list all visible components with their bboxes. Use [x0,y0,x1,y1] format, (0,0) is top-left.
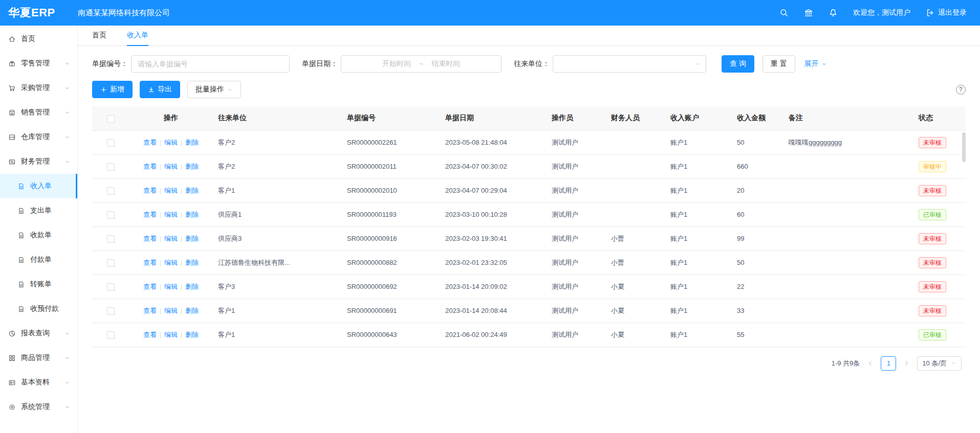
view-link[interactable]: 查看 [143,331,157,338]
cell-operator: 测试用户 [547,323,606,347]
help-icon[interactable]: ? [956,85,966,95]
sidebar-item-label: 报表查询 [21,329,64,338]
cell-account: 账户1 [665,299,732,323]
export-button[interactable]: 导出 [140,81,180,98]
prev-page-button[interactable] [866,360,875,367]
bell-icon[interactable] [829,8,838,17]
logout-button[interactable]: 退出登录 [926,8,967,17]
sidebar-item-purchase[interactable]: 采购管理 [0,76,77,100]
sidebar-menu: 首页零售管理采购管理销售管理仓库管理财务管理收入单支出单收款单付款单转账单收预付… [0,26,78,433]
sidebar-item-retail[interactable]: 零售管理 [0,51,77,76]
partner-select[interactable] [553,55,706,73]
status-badge: 未审核 [919,137,946,148]
sidebar-subitem-payment[interactable]: 付款单 [0,247,77,272]
cell-partner: 客户2 [213,154,342,178]
scrollbar-thumb[interactable] [962,132,966,162]
edit-link[interactable]: 编辑 [164,211,178,218]
delete-link[interactable]: 删除 [185,331,199,338]
current-page[interactable]: 1 [881,356,896,371]
cell-remark [783,226,913,250]
sidebar-item-report[interactable]: 报表查询 [0,321,77,346]
sidebar-item-finance[interactable]: 财务管理 [0,149,77,174]
reset-button[interactable]: 重 置 [763,55,795,73]
sidebar-subitem-label: 付款单 [30,255,77,264]
sidebar-subitem-expense[interactable]: 支出单 [0,198,77,223]
view-link[interactable]: 查看 [143,235,157,242]
search-button[interactable]: 查 询 [722,55,754,73]
view-link[interactable]: 查看 [143,139,157,146]
sidebar-item-warehouse[interactable]: 仓库管理 [0,125,77,149]
view-link[interactable]: 查看 [143,283,157,290]
link-separator: | [160,187,161,194]
bank-icon[interactable] [804,8,813,17]
view-link[interactable]: 查看 [143,211,157,218]
sidebar-item-sales[interactable]: 销售管理 [0,100,77,125]
view-link[interactable]: 查看 [143,307,157,314]
delete-link[interactable]: 删除 [185,163,199,170]
sidebar-item-basic[interactable]: 基本资料 [0,370,77,395]
cell-operator: 测试用户 [547,130,606,154]
bill-number-input[interactable] [131,55,290,73]
chevron-down-icon [64,404,70,410]
cell-account: 账户1 [665,250,732,275]
tab-income[interactable]: 收入单 [127,26,148,46]
row-checkbox[interactable] [107,235,115,243]
sidebar-subitem-income[interactable]: 收入单 [0,174,77,198]
row-checkbox[interactable] [107,187,115,195]
edit-link[interactable]: 编辑 [164,187,178,194]
delete-link[interactable]: 删除 [185,187,199,194]
cell-amount: 22 [732,275,783,299]
row-checkbox[interactable] [107,211,115,219]
delete-link[interactable]: 删除 [185,235,199,242]
cell-partner: 客户3 [213,275,342,299]
pagination-total: 1-9 共9条 [832,359,860,368]
table-row: 查看|编辑|删除客户3SR000000006922023-01-14 20:09… [92,275,966,299]
sidebar-subitem-label: 支出单 [30,206,77,215]
sidebar-item-home[interactable]: 首页 [0,27,77,51]
row-checkbox[interactable] [107,307,115,315]
expand-link[interactable]: 展开 [804,59,827,69]
table-scrollbar[interactable] [962,131,966,346]
view-link[interactable]: 查看 [143,259,157,266]
edit-link[interactable]: 编辑 [164,235,178,242]
edit-link[interactable]: 编辑 [164,307,178,314]
search-icon[interactable] [779,8,789,17]
delete-link[interactable]: 删除 [185,139,199,146]
select-all-checkbox[interactable] [107,115,115,123]
edit-link[interactable]: 编辑 [164,331,178,338]
tab-home[interactable]: 首页 [92,26,106,46]
delete-link[interactable]: 删除 [185,211,199,218]
cell-account: 账户1 [665,178,732,202]
row-checkbox[interactable] [107,163,115,171]
chevron-down-icon [64,61,70,66]
batch-operations-button[interactable]: 批量操作 [187,81,241,98]
page-size-select[interactable]: 10 条/页 [917,356,962,371]
edit-link[interactable]: 编辑 [164,163,178,170]
cell-finance-staff: 小曹 [606,250,665,275]
sidebar-subitem-transfer[interactable]: 转账单 [0,272,77,297]
doc-icon [17,281,25,288]
report-icon [8,330,16,337]
delete-link[interactable]: 删除 [185,259,199,266]
sidebar-item-system[interactable]: 系统管理 [0,395,77,419]
view-link[interactable]: 查看 [143,187,157,194]
edit-link[interactable]: 编辑 [164,139,178,146]
sidebar-subitem-receipt[interactable]: 收款单 [0,223,77,247]
row-checkbox[interactable] [107,259,115,267]
row-checkbox[interactable] [107,283,115,291]
date-range-picker[interactable]: 开始时间 ~ 结束时间 [341,55,502,73]
view-link[interactable]: 查看 [143,163,157,170]
sidebar-subitem-advance[interactable]: 收预付款 [0,297,77,321]
delete-link[interactable]: 删除 [185,307,199,314]
status-badge: 未审核 [919,185,946,196]
row-checkbox[interactable] [107,139,115,147]
column-header: 操作 [129,106,213,130]
add-button[interactable]: 新增 [92,81,133,98]
next-page-button[interactable] [902,360,911,367]
row-checkbox[interactable] [107,331,115,339]
edit-link[interactable]: 编辑 [164,283,178,290]
welcome-text[interactable]: 欢迎您，测试用户 [853,8,910,17]
delete-link[interactable]: 删除 [185,283,199,290]
sidebar-item-goods[interactable]: 商品管理 [0,346,77,370]
edit-link[interactable]: 编辑 [164,259,178,266]
